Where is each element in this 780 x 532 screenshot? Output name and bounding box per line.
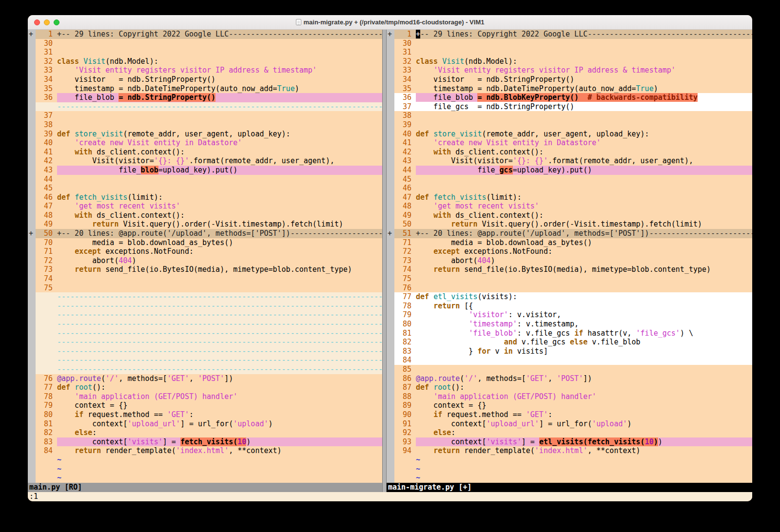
fold-marker-icon[interactable]: + xyxy=(387,229,394,238)
code-line[interactable]: 41 'create new Visit entity in Datastore… xyxy=(387,138,752,148)
code-line[interactable]: 45 xyxy=(28,184,382,193)
code-line[interactable]: 46def fetch_visits(limit): xyxy=(28,193,382,202)
code-line[interactable]: 31 xyxy=(387,48,752,57)
code-line[interactable]: 45 xyxy=(387,175,752,184)
command-line[interactable]: :1 xyxy=(28,492,752,501)
code-line[interactable]: 70 media = blob.download_as_bytes() xyxy=(28,238,382,247)
code-line[interactable]: 47def fetch_visits(limit): xyxy=(387,193,752,202)
fold-line[interactable]: +1+-- 29 lines: Copyright 2022 Google LL… xyxy=(387,30,752,39)
code-line[interactable]: 47 'get most recent visits' xyxy=(28,202,382,211)
fold-line[interactable]: +50+-- 20 lines: @app.route('/upload', m… xyxy=(28,229,382,238)
code-line[interactable]: 32class Visit(ndb.Model): xyxy=(387,57,752,66)
code-line[interactable]: 79 context = {} xyxy=(28,401,382,410)
filler-line[interactable]: ----------------------------------------… xyxy=(28,102,382,112)
code-line[interactable]: 48 with ds_client.context(): xyxy=(28,211,382,220)
code-line[interactable]: 42 with ds_client.context(): xyxy=(387,148,752,157)
code-line[interactable]: 83 } for v in visits] xyxy=(387,347,752,356)
code-line[interactable]: 80 'timestamp': v.timestamp, xyxy=(387,320,752,329)
code-line[interactable]: 79 'visitor': v.visitor, xyxy=(387,310,752,320)
code-line[interactable]: 39def store_visit(remote_addr, user_agen… xyxy=(28,130,382,139)
code-line[interactable]: 36 file_blob = ndb.StringProperty() xyxy=(28,93,382,102)
code-line[interactable]: 76@app.route('/', methods=['GET', 'POST'… xyxy=(28,374,382,383)
code-line[interactable]: 76 xyxy=(387,284,752,293)
filler-line[interactable]: ----------------------------------------… xyxy=(28,329,382,338)
filler-line[interactable]: ----------------------------------------… xyxy=(28,338,382,347)
tilde-line[interactable]: ~ xyxy=(28,474,382,483)
code-line[interactable]: 85 xyxy=(387,365,752,374)
code-line[interactable]: 78 return [{ xyxy=(387,302,752,311)
fold-line[interactable]: +1+-- 29 lines: Copyright 2022 Google LL… xyxy=(28,30,382,39)
code-line[interactable]: 33 'Visit entity registers visitor IP ad… xyxy=(28,66,382,75)
filler-line[interactable]: ----------------------------------------… xyxy=(28,310,382,320)
code-line[interactable]: 82 else: xyxy=(28,428,382,437)
filler-line[interactable]: ----------------------------------------… xyxy=(28,320,382,329)
code-line[interactable]: 77def root(): xyxy=(28,383,382,392)
code-line[interactable]: 44 xyxy=(28,175,382,184)
code-line[interactable]: 37 file_gcs = ndb.StringProperty() xyxy=(387,102,752,112)
code-line[interactable]: 35 timestamp = ndb.DateTimeProperty(auto… xyxy=(28,84,382,94)
code-line[interactable]: 32class Visit(ndb.Model): xyxy=(28,57,382,66)
filler-line[interactable]: ----------------------------------------… xyxy=(28,302,382,311)
code-line[interactable]: 71 except exceptions.NotFound: xyxy=(28,247,382,256)
code-line[interactable]: 49 return Visit.query().order(-Visit.tim… xyxy=(28,220,382,229)
code-line[interactable]: 78 'main application (GET/POST) handler' xyxy=(28,392,382,401)
filler-line[interactable]: ----------------------------------------… xyxy=(28,356,382,365)
code-line[interactable]: 38 xyxy=(28,120,382,130)
code-line[interactable]: 40def store_visit(remote_addr, user_agen… xyxy=(387,130,752,139)
code-line[interactable]: 33 'Visit entity registers visitor IP ad… xyxy=(387,66,752,75)
code-line[interactable]: 42 Visit(visitor='{}: {}'.format(remote_… xyxy=(28,156,382,166)
fold-line[interactable]: +51+-- 20 lines: @app.route('/upload', m… xyxy=(387,229,752,238)
statusline-main-migrate-py[interactable]: main-migrate.py [+] xyxy=(387,483,752,492)
code-line[interactable]: 81 context['upload_url'] = url_for('uplo… xyxy=(28,419,382,429)
code-line[interactable]: 91 context['upload_url'] = url_for('uplo… xyxy=(387,419,752,429)
zoom-button[interactable] xyxy=(54,19,59,25)
fold-marker-icon[interactable]: + xyxy=(387,30,394,39)
code-line[interactable]: 75 xyxy=(387,274,752,284)
code-line[interactable]: 50 return Visit.query().order(-Visit.tim… xyxy=(387,220,752,229)
code-line[interactable]: 84 xyxy=(387,356,752,365)
tilde-line[interactable]: ~ xyxy=(28,456,382,465)
fold-marker-icon[interactable]: + xyxy=(28,30,36,39)
filler-line[interactable]: ----------------------------------------… xyxy=(28,292,382,302)
code-line[interactable]: 46 xyxy=(387,184,752,193)
code-line[interactable]: 36 file_blob = ndb.BlobKeyProperty() # b… xyxy=(387,93,752,102)
code-line[interactable]: 49 with ds_client.context(): xyxy=(387,211,752,220)
code-line[interactable]: 74 xyxy=(28,274,382,284)
code-line[interactable]: 72 except exceptions.NotFound: xyxy=(387,247,752,256)
tilde-line[interactable]: ~ xyxy=(387,474,752,483)
code-line[interactable]: 73 return send_file(io.BytesIO(media), m… xyxy=(28,265,382,274)
code-line[interactable]: 92 else: xyxy=(387,428,752,437)
code-line[interactable]: 87def root(): xyxy=(387,383,752,392)
fold-marker-icon[interactable]: + xyxy=(28,229,36,238)
code-line[interactable]: 77def etl_visits(visits): xyxy=(387,292,752,302)
code-line[interactable]: 34 visitor = ndb.StringProperty() xyxy=(28,75,382,84)
code-line[interactable]: 71 media = blob.download_as_bytes() xyxy=(387,238,752,247)
code-line[interactable]: 41 with ds_client.context(): xyxy=(28,148,382,157)
code-line[interactable]: 30 xyxy=(387,39,752,48)
code-line[interactable]: 48 'get most recent visits' xyxy=(387,202,752,211)
tilde-line[interactable]: ~ xyxy=(387,465,752,474)
tilde-line[interactable]: ~ xyxy=(28,465,382,474)
close-button[interactable] xyxy=(34,19,40,25)
tilde-line[interactable]: ~ xyxy=(387,456,752,465)
code-line[interactable]: 39 xyxy=(387,120,752,130)
code-line[interactable]: 43 Visit(visitor='{}: {}'.format(remote_… xyxy=(387,156,752,166)
statusline-main-py[interactable]: main.py [RO] xyxy=(28,483,382,492)
code-line[interactable]: 81 'file_blob': v.file_gcs if hasattr(v,… xyxy=(387,329,752,338)
filler-line[interactable]: ----------------------------------------… xyxy=(28,347,382,356)
code-line[interactable]: 44 file_gcs=upload_key).put() xyxy=(387,166,752,175)
code-line[interactable]: 93 context['visits'] = etl_visits(fetch_… xyxy=(387,437,752,447)
code-line[interactable]: 43 file_blob=upload_key).put() xyxy=(28,166,382,175)
code-line[interactable]: 73 abort(404) xyxy=(387,256,752,266)
minimize-button[interactable] xyxy=(44,19,50,25)
code-line[interactable]: 75 xyxy=(28,284,382,293)
window-separator[interactable] xyxy=(382,30,387,492)
code-line[interactable]: 80 if request.method == 'GET': xyxy=(28,410,382,419)
code-line[interactable]: 38 xyxy=(387,111,752,120)
code-line[interactable]: 83 context['visits'] = fetch_visits(10) xyxy=(28,437,382,447)
code-line[interactable]: 90 if request.method == 'GET': xyxy=(387,410,752,419)
code-line[interactable]: 88 'main application (GET/POST) handler' xyxy=(387,392,752,401)
code-line[interactable]: 94 return render_template('index.html', … xyxy=(387,446,752,456)
code-line[interactable]: 82 and v.file_gcs else v.file_blob xyxy=(387,338,752,347)
code-line[interactable]: 84 return render_template('index.html', … xyxy=(28,446,382,456)
